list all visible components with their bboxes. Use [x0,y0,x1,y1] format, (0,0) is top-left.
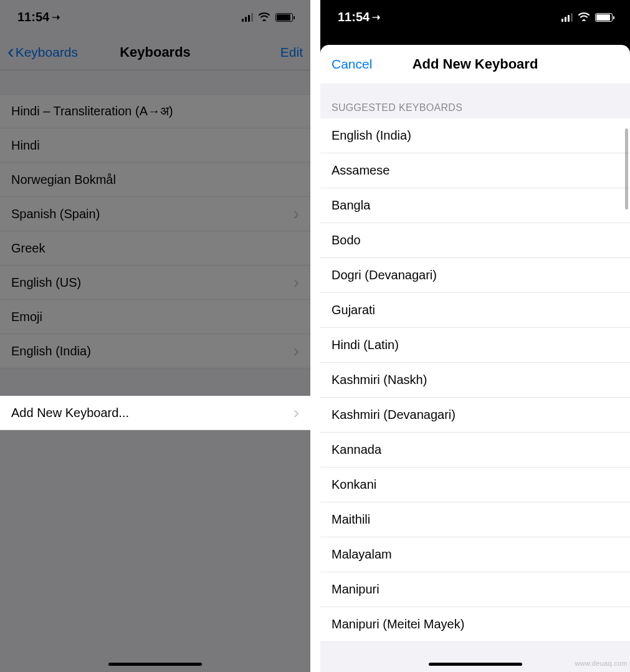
add-keyboard-modal-screen: 11:54 ➝ Cancel Add New Keyboard SUGGESTE… [320,0,630,672]
suggested-keyboard-row[interactable]: Kashmiri (Naskh) [320,363,630,398]
suggested-keyboard-row[interactable]: Manipuri (Meitei Mayek) [320,607,630,642]
keyboard-row[interactable]: Spanish (Spain) › [0,197,310,231]
chevron-right-icon: › [294,341,299,361]
keyboard-label: Hindi [11,138,40,153]
suggested-keyboard-row[interactable]: Malayalam [320,537,630,572]
keyboard-label: English (India) [11,344,91,358]
suggested-keyboard-row[interactable]: Bodo [320,223,630,258]
add-keyboard-sheet: Cancel Add New Keyboard SUGGESTED KEYBOA… [320,45,630,672]
suggested-keyboard-row[interactable]: Hindi (Latin) [320,328,630,363]
keyboard-row[interactable]: Greek [0,231,310,266]
keyboard-row[interactable]: Hindi – Transliteration (A→अ) [0,94,310,128]
status-bar-left: 11:54 ➝ [0,0,310,34]
keyboard-label: Manipuri [332,582,379,597]
keyboard-label: Manipuri (Meitei Mayek) [332,617,464,631]
keyboard-label: Malayalam [332,547,392,562]
scrollbar-thumb[interactable] [625,128,628,209]
edit-button[interactable]: Edit [280,45,303,60]
keyboard-label: English (India) [332,128,411,143]
chevron-right-icon: › [294,204,299,224]
installed-keyboards-list: Hindi – Transliteration (A→अ) Hindi Norw… [0,94,310,368]
keyboard-label: Assamese [332,163,389,178]
keyboard-label: Konkani [332,478,376,492]
cellular-signal-icon [242,13,253,22]
suggested-keyboard-row[interactable]: Assamese [320,153,630,188]
home-indicator[interactable] [108,663,202,666]
keyboard-label: Norwegian Bokmål [11,173,116,187]
back-button[interactable]: ‹ Keyboards [7,44,78,61]
wifi-icon [258,10,270,24]
suggested-keyboard-row[interactable]: Kashmiri (Devanagari) [320,398,630,433]
keyboard-label: Hindi – Transliteration (A→अ) [11,104,173,118]
keyboard-label: Dogri (Devanagari) [332,268,437,282]
keyboard-label: Gujarati [332,303,375,317]
battery-icon [275,13,293,22]
suggested-section-header: SUGGESTED KEYBOARDS [320,84,630,118]
add-new-keyboard-label: Add New Keyboard... [11,406,129,420]
suggested-keyboard-row[interactable]: Konkani [320,468,630,502]
chevron-right-icon: › [294,403,299,423]
chevron-right-icon: › [294,272,299,292]
keyboard-label: Kannada [332,443,381,457]
location-icon: ➝ [372,11,380,23]
add-new-keyboard-row[interactable]: Add New Keyboard... › [0,396,310,430]
suggested-keyboard-row[interactable]: Dogri (Devanagari) [320,258,630,293]
watermark: www.deuaq.com [575,660,628,667]
suggested-keyboard-row[interactable]: Gujarati [320,293,630,328]
wifi-icon [578,10,590,24]
cancel-button[interactable]: Cancel [332,57,372,72]
suggested-keyboard-row[interactable]: Bangla [320,188,630,223]
keyboard-row[interactable]: English (India) › [0,334,310,368]
cellular-signal-icon [561,13,573,22]
sheet-title: Add New Keyboard [413,56,538,72]
keyboard-label: Greek [11,241,45,256]
suggested-keyboard-row[interactable]: Kannada [320,433,630,468]
page-title: Keyboards [120,44,191,60]
chevron-left-icon: ‹ [7,41,14,61]
keyboard-label: Hindi (Latin) [332,338,399,352]
keyboard-label: Maithili [332,512,370,527]
keyboard-row[interactable]: Emoji [0,300,310,334]
nav-bar: ‹ Keyboards Keyboards Edit [0,34,310,70]
keyboard-row[interactable]: Norwegian Bokmål [0,163,310,197]
status-bar-right: 11:54 ➝ [320,0,630,34]
keyboard-label: Bodo [332,233,361,247]
status-time: 11:54 [338,10,370,24]
keyboard-label: Bangla [332,198,370,213]
keyboard-label: Emoji [11,310,42,324]
location-icon: ➝ [52,11,60,23]
suggested-keyboard-row[interactable]: Maithili [320,502,630,537]
keyboard-row[interactable]: Hindi [0,128,310,163]
keyboard-label: Kashmiri (Naskh) [332,373,427,387]
suggested-keyboard-row[interactable]: English (India) [320,118,630,153]
battery-icon [595,13,613,22]
keyboard-label: Spanish (Spain) [11,207,100,221]
keyboards-settings-screen: 11:54 ➝ ‹ Keyboards K [0,0,310,672]
status-time: 11:54 [17,10,49,24]
home-indicator[interactable] [429,663,522,666]
keyboard-label: English (US) [11,276,81,290]
back-label: Keyboards [16,45,78,60]
sheet-header: Cancel Add New Keyboard [320,45,630,84]
suggested-keyboard-row[interactable]: Manipuri [320,572,630,607]
keyboard-row[interactable]: English (US) › [0,266,310,300]
keyboard-label: Kashmiri (Devanagari) [332,408,456,422]
